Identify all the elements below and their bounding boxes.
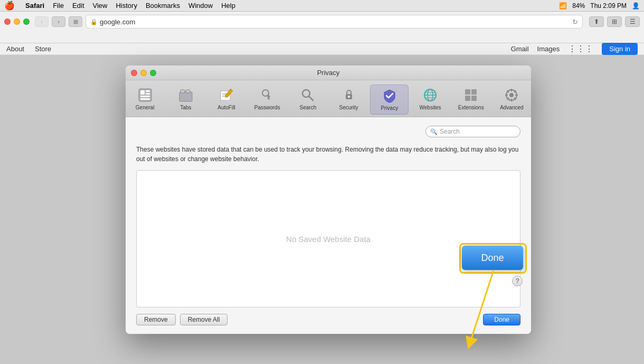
bookmark-bar: About Store Gmail Images ⋮⋮⋮ Sign in: [0, 43, 644, 55]
menu-bar-right: 📶 84% Thu 2:09 PM 👤: [559, 2, 640, 10]
lock-icon: 🔒: [90, 18, 98, 25]
prefs-title: Privacy: [317, 69, 340, 77]
tabs-icon: [177, 87, 194, 104]
sign-in-button[interactable]: Sign in: [602, 43, 638, 55]
prefs-maximize-button[interactable]: [150, 70, 156, 76]
tab-search-label: Search: [300, 105, 317, 110]
prefs-toolbar: General Tabs: [126, 80, 531, 117]
passwords-icon: [259, 87, 276, 104]
tab-tabs-label: Tabs: [180, 105, 191, 110]
menu-bookmarks[interactable]: Bookmarks: [146, 2, 180, 10]
bookmark-store[interactable]: Store: [35, 45, 51, 53]
svg-rect-8: [186, 90, 190, 93]
tab-websites[interactable]: Websites: [411, 85, 449, 115]
bookmark-about[interactable]: About: [6, 45, 24, 53]
browser-content: About Store Gmail Images ⋮⋮⋮ Sign in Pri…: [0, 43, 644, 364]
menu-view[interactable]: View: [93, 2, 108, 10]
svg-point-19: [348, 96, 350, 98]
gmail-link[interactable]: Gmail: [511, 45, 529, 53]
url-text: google.com: [100, 18, 135, 26]
new-tab-button[interactable]: ⊞: [607, 16, 622, 27]
menu-safari[interactable]: Safari: [25, 2, 44, 10]
tab-privacy-label: Privacy: [381, 105, 398, 111]
search-icon: [299, 87, 316, 104]
preferences-dialog: Privacy General: [126, 66, 531, 334]
autofill-icon: [218, 87, 235, 104]
maximize-window-button[interactable]: [23, 18, 30, 25]
advanced-icon: [503, 87, 520, 104]
tab-security[interactable]: Security: [329, 85, 368, 115]
security-icon: [340, 87, 357, 104]
help-button[interactable]: ?: [512, 276, 523, 286]
prefs-search-bar[interactable]: 🔍 Search: [425, 126, 520, 137]
remove-button[interactable]: Remove: [136, 314, 176, 325]
share-button[interactable]: ⬆: [589, 16, 604, 27]
sidebar-button[interactable]: ☰: [625, 16, 640, 27]
tab-autofill[interactable]: AutoFill: [207, 85, 245, 115]
clock: Thu 2:09 PM: [590, 2, 627, 10]
menu-edit[interactable]: Edit: [72, 2, 84, 10]
prefs-close-button[interactable]: [131, 70, 137, 76]
reload-icon[interactable]: ↻: [572, 18, 578, 26]
tab-extensions-label: Extensions: [458, 105, 484, 110]
search-placeholder: Search: [440, 128, 460, 135]
no-data-label: No Saved Website Data: [286, 235, 371, 244]
left-buttons: Remove Remove All: [136, 314, 228, 325]
prefs-minimize-button[interactable]: [140, 70, 147, 76]
prefs-bottom-row: Remove Remove All Done: [136, 314, 520, 325]
back-button[interactable]: ‹: [35, 16, 49, 27]
svg-rect-5: [140, 98, 150, 100]
wifi-icon: 📶: [559, 2, 567, 10]
browser-chrome: ‹ › ⊞ 🔒 google.com ↻ ⬆ ⊞ ☰: [0, 12, 644, 43]
svg-rect-26: [471, 89, 477, 95]
websites-icon: [422, 87, 439, 104]
tab-websites-label: Websites: [420, 105, 441, 110]
tab-general-label: General: [136, 105, 155, 110]
menu-help[interactable]: Help: [221, 2, 235, 10]
reader-button[interactable]: ⊞: [69, 16, 82, 27]
svg-rect-1: [140, 90, 145, 95]
general-icon: [137, 87, 154, 104]
google-apps-icon[interactable]: ⋮⋮⋮: [568, 44, 593, 54]
tab-search[interactable]: Search: [289, 85, 327, 115]
address-bar[interactable]: 🔒 google.com ↻: [86, 15, 583, 29]
search-magnifier-icon: 🔍: [430, 128, 438, 135]
minimize-window-button[interactable]: [14, 18, 20, 25]
traffic-lights: [4, 18, 30, 25]
svg-rect-4: [140, 96, 150, 97]
svg-rect-27: [465, 96, 470, 101]
menu-file[interactable]: File: [53, 2, 64, 10]
tab-security-label: Security: [339, 105, 358, 110]
tab-general[interactable]: General: [126, 85, 164, 115]
menu-bar: 🍎 Safari File Edit View History Bookmark…: [0, 0, 644, 12]
tab-passwords[interactable]: Passwords: [248, 85, 287, 115]
prefs-traffic-lights: [131, 70, 156, 76]
tab-advanced-label: Advanced: [500, 105, 523, 110]
images-link[interactable]: Images: [537, 45, 560, 53]
svg-line-17: [309, 97, 314, 101]
close-window-button[interactable]: [4, 18, 11, 25]
apple-menu[interactable]: 🍎: [4, 1, 15, 11]
menu-history[interactable]: History: [116, 2, 137, 10]
svg-rect-3: [146, 93, 150, 95]
svg-rect-7: [181, 90, 185, 93]
extensions-icon: [462, 87, 479, 104]
menu-window[interactable]: Window: [188, 2, 213, 10]
user-icon: 👤: [632, 2, 640, 10]
tab-passwords-label: Passwords: [254, 105, 280, 110]
tab-tabs[interactable]: Tabs: [166, 85, 205, 115]
svg-rect-14: [268, 96, 270, 97]
tab-advanced[interactable]: Advanced: [493, 85, 531, 115]
privacy-description: These websites have stored data that can…: [136, 145, 520, 164]
bookmark-bar-right: Gmail Images ⋮⋮⋮ Sign in: [511, 43, 638, 55]
prefs-content: 🔍 Search These websites have stored data…: [126, 117, 531, 334]
svg-point-30: [509, 93, 514, 97]
website-data-table[interactable]: No Saved Website Data: [136, 170, 520, 307]
remove-all-button[interactable]: Remove All: [180, 314, 228, 325]
search-row: 🔍 Search: [136, 126, 520, 137]
svg-rect-28: [471, 96, 477, 101]
tab-privacy[interactable]: Privacy: [370, 85, 409, 115]
forward-button[interactable]: ›: [52, 16, 65, 27]
done-button-bottom[interactable]: Done: [483, 314, 520, 325]
tab-extensions[interactable]: Extensions: [452, 85, 490, 115]
